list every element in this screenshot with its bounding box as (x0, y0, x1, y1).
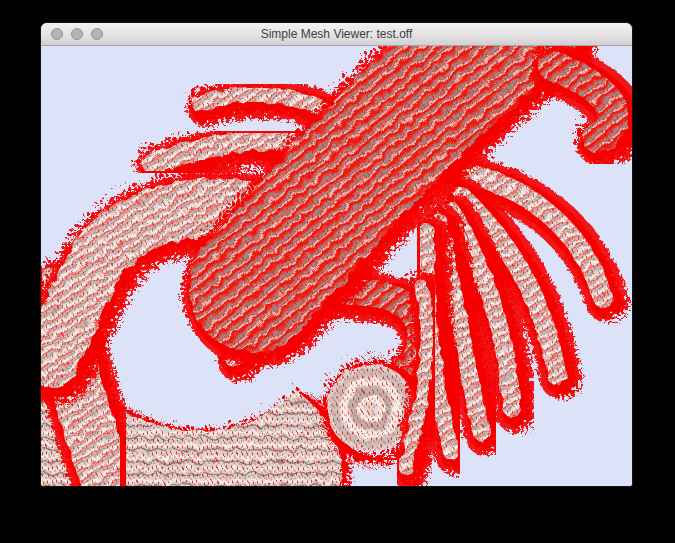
mesh-viewer-window: Simple Mesh Viewer: test.off (40, 22, 633, 487)
viewport (41, 46, 632, 486)
mesh-part-leg-thin (405, 286, 427, 468)
window-title: Simple Mesh Viewer: test.off (41, 23, 632, 45)
desktop-background: Simple Mesh Viewer: test.off (0, 0, 675, 543)
mesh-canvas[interactable] (41, 46, 632, 486)
window-titlebar[interactable]: Simple Mesh Viewer: test.off (41, 23, 632, 46)
